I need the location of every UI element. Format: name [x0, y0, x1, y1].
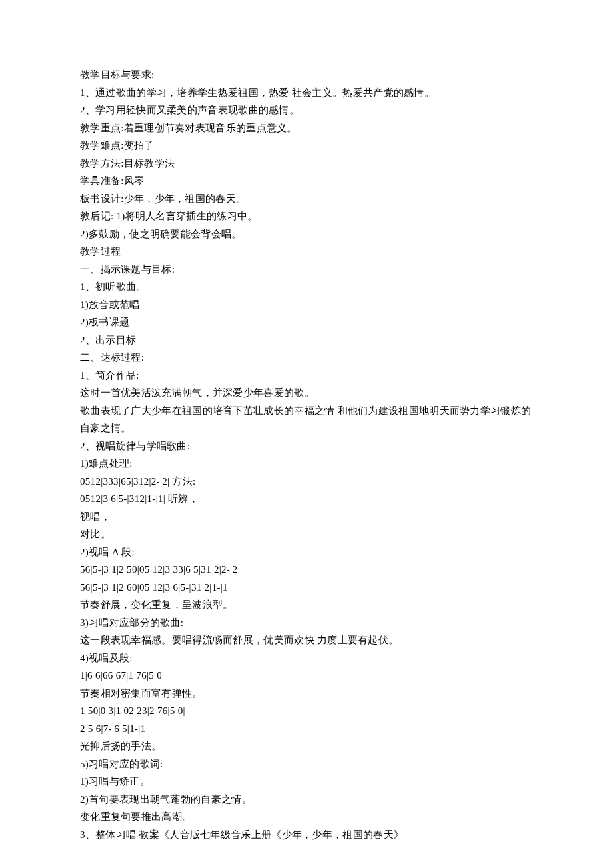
text-line: 教学过程: [80, 243, 533, 261]
text-line: 教学难点:变拍子: [80, 137, 533, 155]
text-line: 2)板书课题: [80, 313, 533, 331]
text-line: 1、简介作品:: [80, 367, 533, 385]
text-line: 56|5-|3 1|2 50|05 12|3 33|6 5|31 2|2-|2: [80, 561, 533, 579]
header-rule: [80, 47, 533, 47]
text-line: 56|5-|3 1|2 60|05 12|3 6|5-|31 2|1-|1: [80, 579, 533, 597]
document-body: 教学目标与要求:1、通过歌曲的学习，培养学生热爱祖国，热爱 社会主义。热爱共产党…: [80, 66, 533, 843]
text-line: 教学方法:目标教学法: [80, 155, 533, 173]
text-line: 这时一首优美活泼充满朝气，并深爱少年喜爱的歌。: [80, 384, 533, 402]
text-line: 二、达标过程:: [80, 349, 533, 367]
text-line: 2)首句要表现出朝气蓬勃的自豪之情。: [80, 791, 533, 809]
text-line: 变化重复句要推出高潮。: [80, 808, 533, 826]
text-line: 1)放音或范唱: [80, 296, 533, 314]
text-line: 4)视唱及段:: [80, 649, 533, 667]
text-line: 1 50|0 3|1 02 23|2 76|5 0|: [80, 702, 533, 720]
text-line: 5)习唱对应的歌词:: [80, 755, 533, 773]
text-line: 1|6 6|66 67|1 76|5 0|: [80, 667, 533, 685]
text-line: 对比。: [80, 525, 533, 543]
text-line: 教后记: 1)将明人名言穿插生的练习中。: [80, 207, 533, 225]
text-line: 0512|3 6|5-|312|1-|1| 听辨，: [80, 490, 533, 508]
text-line: 教学重点:着重理创节奏对表现音乐的重点意义。: [80, 119, 533, 137]
text-line: 2 5 6|7-|6 5|1-|1: [80, 720, 533, 738]
text-line: 2)多鼓励，使之明确要能会背会唱。: [80, 225, 533, 243]
text-line: 节奏舒展，变化重复，呈波浪型。: [80, 596, 533, 614]
text-line: 教学目标与要求:: [80, 66, 533, 84]
text-line: 1、初听歌曲。: [80, 278, 533, 296]
text-line: 0512|333|65|312|2-|2| 方法:: [80, 473, 533, 491]
text-line: 2、学习用轻快而又柔美的声音表现歌曲的感情。: [80, 101, 533, 119]
text-line: 3、整体习唱 教案《人音版七年级音乐上册《少年，少年，祖国的春天》: [80, 826, 533, 844]
document-page: 教学目标与要求:1、通过歌曲的学习，培养学生热爱祖国，热爱 社会主义。热爱共产党…: [0, 0, 613, 868]
text-line: 1)难点处理:: [80, 455, 533, 473]
text-line: 1)习唱与矫正。: [80, 773, 533, 791]
text-line: 2、出示目标: [80, 331, 533, 349]
text-line: 光抑后扬的手法。: [80, 737, 533, 755]
text-line: 2、视唱旋律与学唱歌曲:: [80, 437, 533, 455]
text-line: 这一段表现幸福感。要唱得流畅而舒展，优美而欢快 力度上要有起伏。: [80, 631, 533, 649]
text-line: 一、揭示课题与目标:: [80, 261, 533, 279]
text-line: 视唱，: [80, 508, 533, 526]
text-line: 学具准备:风琴: [80, 172, 533, 190]
text-line: 1、通过歌曲的学习，培养学生热爱祖国，热爱 社会主义。热爱共产党的感情。: [80, 84, 533, 102]
text-line: 节奏相对密集而富有弹性。: [80, 685, 533, 703]
text-line: 2)视唱 A 段:: [80, 543, 533, 561]
text-line: 3)习唱对应部分的歌曲:: [80, 614, 533, 632]
text-line: 板书设计:少年，少年，祖国的春天。: [80, 190, 533, 208]
text-line: 歌曲表现了广大少年在祖国的培育下茁壮成长的幸福之情 和他们为建设祖国地明天而势力…: [80, 402, 533, 437]
